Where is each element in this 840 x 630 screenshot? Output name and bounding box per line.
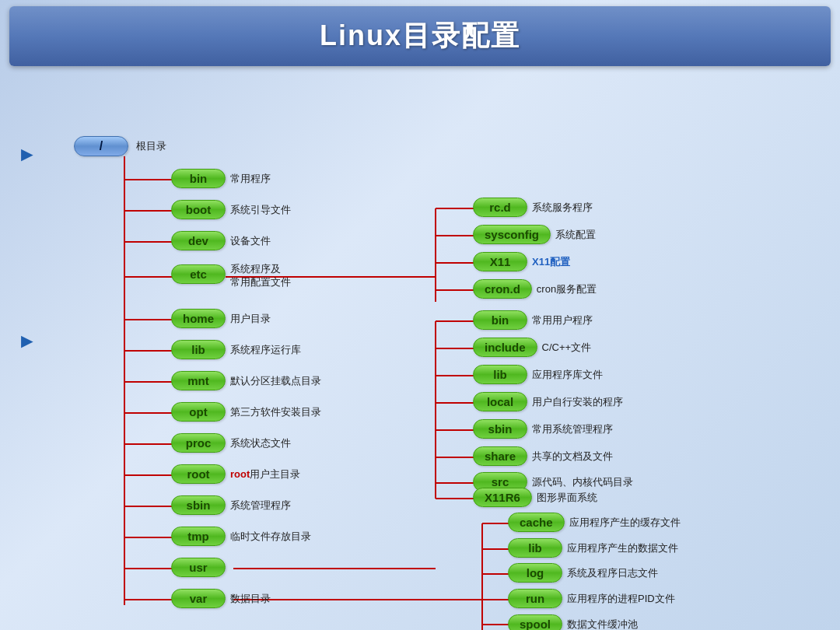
node-opt: opt 第三方软件安装目录 — [171, 402, 321, 422]
arrow-1: ► — [17, 142, 37, 166]
node-boot: boot 系统引导文件 — [171, 200, 291, 219]
node-sbin: sbin 系统管理程序 — [171, 495, 291, 515]
node-proc: proc 系统状态文件 — [171, 433, 291, 453]
node-usr-sbin: sbin 常用系统管理程序 — [473, 419, 613, 439]
node-include: include C/C++文件 — [473, 338, 591, 357]
header: Linux目录配置 — [9, 6, 831, 66]
node-crond: cron.d cron服务配置 — [473, 279, 597, 299]
node-x11: X11 X11配置 — [473, 252, 570, 271]
node-local: local 用户自行安装的程序 — [473, 392, 623, 411]
page-title: Linux目录配置 — [9, 17, 831, 55]
node-cache: cache 应用程序产生的缓存文件 — [508, 513, 681, 532]
node-root-dir: root root用户主目录 — [171, 464, 300, 484]
arrow-2: ► — [17, 329, 37, 353]
node-var: var 数据目录 — [171, 589, 271, 608]
root-pill: / — [74, 136, 128, 156]
root-node: / 根目录 — [74, 136, 166, 156]
node-usr-bin: bin 常用用户程序 — [473, 310, 593, 330]
node-x11r6: X11R6 图形界面系统 — [473, 488, 597, 507]
node-share: share 共享的文档及文件 — [473, 446, 613, 466]
node-bin: bin 常用程序 — [171, 169, 271, 188]
root-description: 根目录 — [136, 139, 166, 153]
node-usr-lib: lib 应用程序库文件 — [473, 365, 603, 384]
node-dev: dev 设备文件 — [171, 231, 271, 250]
node-sysconfig: sysconfig 系统配置 — [473, 225, 596, 244]
node-spool: spool 数据文件缓冲池 — [508, 614, 638, 630]
node-log: log 系统及程序日志文件 — [508, 563, 658, 583]
diagram-area: ► ► — [0, 72, 840, 630]
node-run: run 应用程序的进程PID文件 — [508, 589, 675, 608]
node-home: home 用户目录 — [171, 309, 271, 328]
node-rcd: rc.d 系统服务程序 — [473, 198, 593, 217]
node-usr: usr — [171, 558, 226, 577]
node-var-lib: lib 应用程序产生的数据文件 — [508, 538, 678, 558]
node-lib: lib 系统程序运行库 — [171, 340, 301, 359]
node-etc: etc 系统程序及常用配置文件 — [171, 263, 291, 289]
node-tmp: tmp 临时文件存放目录 — [171, 527, 311, 546]
node-mnt: mnt 默认分区挂载点目录 — [171, 371, 321, 390]
